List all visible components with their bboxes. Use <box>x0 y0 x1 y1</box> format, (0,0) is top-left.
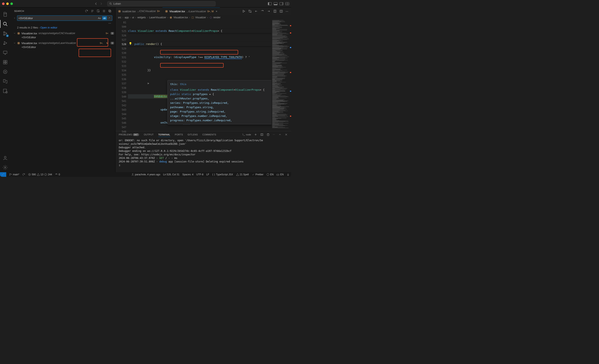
customize-layout-icon[interactable] <box>285 2 289 5</box>
command-center-search[interactable]: Luban <box>107 1 215 6</box>
refresh-icon[interactable] <box>85 9 88 13</box>
svg-point-4 <box>6 33 7 34</box>
toggle-primary-sidebar-icon[interactable] <box>268 2 272 5</box>
encoding-status[interactable]: UTF-8 <box>196 173 203 176</box>
blame-status[interactable]: parachvte, 4 years ago <box>131 173 160 176</box>
editor-tab-active[interactable]: Visualizer.tsx .../LaserVisualizer 9+, M… <box>162 8 220 15</box>
diff-icon[interactable] <box>273 9 277 13</box>
maximize-panel-icon[interactable] <box>278 133 282 136</box>
terminal-shell-selector[interactable]: node <box>242 133 251 136</box>
match-case-toggle[interactable]: Aa <box>97 16 102 20</box>
svg-point-32 <box>166 11 167 12</box>
minimize-window-button[interactable] <box>6 2 9 5</box>
whole-word-toggle[interactable]: ab <box>102 16 107 20</box>
react-file-icon <box>165 10 168 13</box>
status-bar: main* 590 13 244 0 parachvte, 4 years ag… <box>0 172 291 177</box>
problems-status[interactable]: 590 13 244 <box>28 173 52 176</box>
new-search-editor-icon[interactable] <box>97 9 100 13</box>
git-branch-status[interactable]: main* <box>9 173 19 176</box>
docker-view-icon[interactable] <box>0 67 10 77</box>
svg-rect-6 <box>3 51 7 53</box>
maximize-window-button[interactable] <box>10 2 13 5</box>
explorer-view-icon[interactable] <box>0 9 10 19</box>
indentation-status[interactable]: Spaces: 4 <box>182 173 194 176</box>
scm-view-icon[interactable]: 2 <box>0 29 10 38</box>
svg-rect-54 <box>277 174 279 175</box>
bookmarks-view-icon[interactable] <box>0 77 10 86</box>
split-editor-icon[interactable] <box>279 9 283 13</box>
search-view-icon[interactable] <box>0 19 10 29</box>
toggle-replace-chevron-icon[interactable] <box>13 17 16 19</box>
symbol-method-icon <box>210 16 212 19</box>
clear-results-icon[interactable] <box>91 9 94 13</box>
keyboard-layout-status-2[interactable]: EN <box>276 173 284 176</box>
close-window-button[interactable] <box>2 2 5 5</box>
remote-indicator[interactable] <box>0 172 6 177</box>
run-icon[interactable] <box>242 9 246 13</box>
keyboard-layout-status-1[interactable]: EN <box>266 173 274 176</box>
modified-badge: M <box>106 42 109 44</box>
open-in-editor-link[interactable]: Open in editor <box>40 26 57 29</box>
match-line[interactable]: <SVGEditor <box>13 36 114 40</box>
collapse-all-icon[interactable] <box>108 9 112 13</box>
file-header[interactable]: Visualizer.tsx src/app/ui/widgets/LaserV… <box>13 41 114 45</box>
view-as-tree-icon[interactable] <box>102 9 106 13</box>
file-header[interactable]: Visualizer.tsx src/app/ui/widgets/CNCVis… <box>13 31 114 36</box>
close-tab-icon[interactable]: × <box>216 10 217 13</box>
command-center-text: Luban <box>113 2 121 5</box>
sync-status[interactable] <box>22 173 25 176</box>
eol-status[interactable]: LF <box>206 173 209 176</box>
panel-tab-terminal[interactable]: TERMINAL <box>158 133 170 137</box>
ports-status[interactable]: 0 <box>55 173 60 176</box>
more-actions-icon[interactable]: ⋯ <box>286 10 289 13</box>
activity-bar: 2 <box>0 8 10 172</box>
git-compare-icon[interactable] <box>248 9 252 13</box>
toggle-secondary-sidebar-icon[interactable] <box>280 2 283 5</box>
forward-icon[interactable] <box>99 2 103 6</box>
panel-tab-ports[interactable]: PORTS <box>175 133 183 137</box>
cursor-position[interactable]: Ln 528, Col 31 <box>163 173 179 176</box>
react-file-icon <box>17 42 20 45</box>
symbol-class-icon <box>191 16 194 19</box>
lightbulb-icon[interactable]: 💡 <box>129 42 132 45</box>
go-next-change-icon[interactable] <box>267 9 271 13</box>
panel-tab-output[interactable]: OUTPUT <box>144 133 153 137</box>
svg-point-28 <box>119 11 120 12</box>
settings-gear-icon[interactable] <box>0 163 10 172</box>
diff-badge: 9+ <box>105 32 109 35</box>
kill-terminal-icon[interactable] <box>266 133 270 136</box>
language-mode[interactable]: { } TypeScript JSX <box>212 173 233 176</box>
code-editor[interactable]: 81 500 525526527 528 529530531 532533534… <box>115 20 291 131</box>
prettier-status[interactable]: Prettier <box>252 173 264 176</box>
nav-arrows <box>94 2 103 6</box>
project-manager-icon[interactable] <box>0 86 10 96</box>
go-prev-change-icon[interactable] <box>254 9 258 13</box>
editor-tab[interactable]: sualizer.tsx .../CNCVisualizer 9+ <box>115 8 162 15</box>
panel-tab-comments[interactable]: COMMENTS <box>202 133 216 137</box>
terminal-output[interactable]: or: ENOENT: no such file or directory, o… <box>115 138 291 172</box>
remote-explorer-icon[interactable] <box>0 48 10 57</box>
extensions-view-icon[interactable] <box>0 57 10 67</box>
notifications-icon[interactable] <box>287 173 290 176</box>
split-terminal-icon[interactable] <box>260 133 264 136</box>
accounts-icon[interactable] <box>0 153 10 163</box>
match-line[interactable]: <SVGEditor <box>13 45 114 50</box>
search-input[interactable]: <SVGEditor Aa ab .* <box>17 15 112 21</box>
spell-check-status[interactable]: 21 Spell <box>236 173 249 176</box>
highlight-box <box>79 49 111 57</box>
panel-more-icon[interactable]: ⋯ <box>273 133 275 136</box>
revert-icon[interactable] <box>261 9 264 13</box>
regex-toggle[interactable]: .* <box>107 16 111 20</box>
close-panel-icon[interactable] <box>284 133 288 136</box>
debug-view-icon[interactable] <box>0 38 10 48</box>
search-icon <box>109 2 112 5</box>
panel-tab-gitlens[interactable]: GITLENS <box>188 133 198 137</box>
svg-rect-10 <box>5 60 7 62</box>
minimap[interactable] <box>271 20 291 131</box>
toggle-panel-icon[interactable] <box>274 2 277 5</box>
svg-point-20 <box>18 33 19 34</box>
search-more-icon[interactable]: ⋯ <box>108 22 112 25</box>
back-icon[interactable] <box>94 2 98 6</box>
new-terminal-icon[interactable] <box>254 133 257 136</box>
breadcrumbs[interactable]: src› app› ui› widgets› LaserVisualizer› … <box>115 15 291 20</box>
